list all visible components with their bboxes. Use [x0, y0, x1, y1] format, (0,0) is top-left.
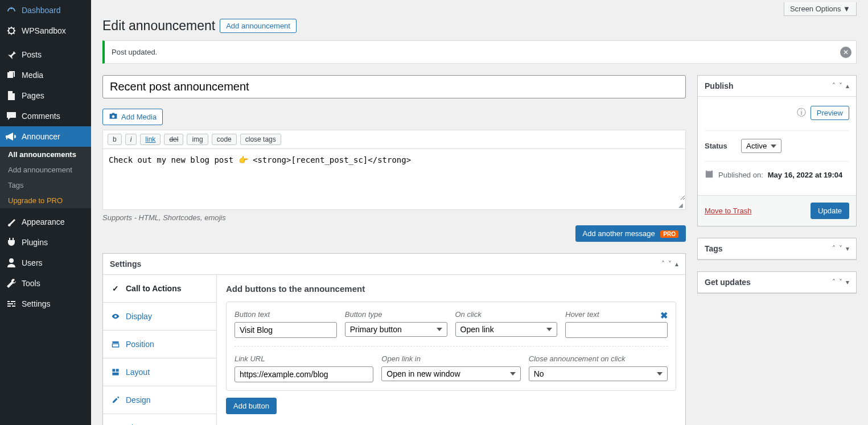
sidebar-item-tools[interactable]: Tools	[0, 273, 91, 294]
label-on-click: On click	[455, 310, 558, 319]
add-cta-button[interactable]: Add button	[226, 398, 277, 414]
publish-panel: Publish ˄ ˅ ▴ ⓘ Preview Statu	[697, 75, 857, 226]
add-media-button[interactable]: Add Media	[102, 109, 163, 125]
qtag-code[interactable]: code	[212, 134, 237, 145]
calendar-icon	[705, 170, 714, 180]
chevron-down-icon[interactable]: ˅	[668, 260, 672, 268]
position-icon	[111, 340, 120, 348]
settings-tab-layout[interactable]: Layout	[103, 358, 216, 386]
sidebar-item-posts[interactable]: Posts	[0, 44, 91, 65]
sidebar-label: Announcer	[22, 132, 60, 141]
cta-button-config: ✖ Button text Button type Primary button	[226, 302, 676, 391]
editor-box: b i link del img code close tags Check o…	[102, 130, 686, 210]
chevron-up-icon[interactable]: ˄	[661, 260, 665, 268]
sidebar-sub-upgrade-pro[interactable]: Upgrade to PRO	[0, 193, 91, 208]
screen-options-toggle[interactable]: Screen Options ▼	[784, 2, 857, 16]
quicktags-toolbar: b i link del img code close tags	[103, 130, 685, 149]
qtag-link[interactable]: link	[140, 134, 161, 145]
input-button-text[interactable]	[235, 322, 337, 338]
remove-button-icon[interactable]: ✖	[660, 310, 668, 321]
settings-panel-title: Settings	[110, 259, 141, 269]
add-another-message-label: Add another message	[583, 229, 655, 238]
settings-panel-header[interactable]: Settings ˄ ˅ ▴	[103, 254, 685, 275]
sidebar-item-appearance[interactable]: Appearance	[0, 212, 91, 232]
pencil-icon	[111, 396, 120, 404]
update-button[interactable]: Update	[811, 203, 849, 219]
sidebar-sub-all-announcements[interactable]: All announcements	[0, 147, 91, 162]
camera-music-icon	[109, 112, 118, 122]
label-open-link-in: Open link in	[381, 354, 520, 363]
select-close-on-click[interactable]: No	[529, 366, 668, 381]
settings-tab-design[interactable]: Design	[103, 386, 216, 414]
select-on-click[interactable]: Open link	[455, 322, 558, 337]
page-icon	[6, 90, 17, 101]
tags-panel: Tags ˄ ˅ ▾	[697, 238, 857, 260]
sidebar-sub-add-announcement[interactable]: Add announcement	[0, 162, 91, 178]
qtag-b[interactable]: b	[108, 134, 122, 145]
qtag-close-tags[interactable]: close tags	[240, 134, 281, 145]
svg-rect-2	[112, 369, 115, 372]
input-link-url[interactable]	[235, 366, 373, 382]
chevron-down-icon[interactable]: ˅	[839, 245, 842, 253]
settings-tab-close[interactable]: ✕ Close	[103, 414, 216, 425]
pro-badge: PRO	[660, 230, 678, 238]
sidebar-label: Appearance	[22, 217, 65, 226]
sidebar-item-announcer[interactable]: Announcer	[0, 126, 91, 147]
sidebar-item-wpsandbox[interactable]: WPSandbox	[0, 20, 91, 41]
brush-icon	[6, 216, 17, 228]
chevron-up-icon[interactable]: ˄	[832, 278, 836, 286]
tags-panel-header[interactable]: Tags ˄ ˅ ▾	[698, 238, 856, 259]
status-select[interactable]: Active	[741, 139, 781, 153]
gear-icon	[6, 25, 17, 36]
caret-down-icon[interactable]: ▾	[846, 278, 849, 286]
svg-rect-3	[116, 369, 119, 372]
qtag-i[interactable]: i	[125, 134, 137, 145]
select-open-link-in[interactable]: Open in new window	[381, 366, 520, 381]
caret-up-icon[interactable]: ▴	[846, 82, 849, 90]
select-button-type[interactable]: Primary button	[345, 322, 447, 337]
label-button-text: Button text	[235, 310, 337, 319]
sidebar-item-dashboard[interactable]: Dashboard	[0, 0, 91, 20]
settings-tab-label: Design	[126, 395, 151, 405]
info-icon[interactable]: ⓘ	[797, 107, 806, 119]
notice-dismiss-icon[interactable]: ✕	[840, 47, 851, 58]
svg-rect-4	[112, 373, 118, 376]
chevron-up-icon[interactable]: ˄	[832, 245, 836, 253]
settings-tab-display[interactable]: Display	[103, 303, 216, 331]
chevron-down-icon[interactable]: ˅	[839, 278, 842, 286]
sidebar-item-settings[interactable]: Settings	[0, 294, 91, 314]
caret-up-icon[interactable]: ▴	[675, 260, 678, 268]
chevron-down-icon[interactable]: ˅	[839, 82, 842, 90]
published-on-label: Published on:	[718, 171, 763, 179]
add-another-message-button[interactable]: Add another message PRO	[575, 225, 686, 242]
move-to-trash-link[interactable]: Move to Trash	[705, 207, 751, 215]
add-media-label: Add Media	[121, 113, 157, 121]
content-textarea[interactable]: Check out my new blog post 👉 <strong>[re…	[103, 149, 685, 200]
caret-down-icon[interactable]: ▾	[846, 245, 849, 253]
chevron-up-icon[interactable]: ˄	[832, 82, 836, 90]
qtag-del[interactable]: del	[164, 134, 183, 145]
sidebar-label: Media	[22, 71, 43, 80]
publish-panel-header[interactable]: Publish ˄ ˅ ▴	[698, 76, 856, 97]
sidebar-item-plugins[interactable]: Plugins	[0, 232, 91, 253]
sidebar-sub-tags[interactable]: Tags	[0, 178, 91, 193]
sidebar-label: Comments	[22, 112, 60, 121]
resize-handle-icon[interactable]: ◢	[103, 202, 685, 209]
sidebar-item-users[interactable]: Users	[0, 253, 91, 273]
sidebar-submenu-announcer: All announcements Add announcement Tags …	[0, 147, 91, 208]
comment-icon	[6, 110, 17, 122]
sidebar-item-comments[interactable]: Comments	[0, 106, 91, 126]
tags-title: Tags	[705, 244, 723, 253]
publish-title: Publish	[705, 81, 734, 90]
preview-button[interactable]: Preview	[811, 106, 849, 120]
add-announcement-button[interactable]: Add announcement	[220, 19, 297, 33]
input-hover-text[interactable]	[565, 322, 668, 338]
qtag-img[interactable]: img	[187, 134, 208, 145]
settings-panel: Settings ˄ ˅ ▴ ✓ Call to Actions	[102, 253, 686, 425]
sidebar-item-media[interactable]: Media	[0, 65, 91, 85]
post-title-input[interactable]	[102, 75, 686, 98]
get-updates-panel-header[interactable]: Get updates ˄ ˅ ▾	[698, 272, 856, 293]
settings-tab-cta[interactable]: ✓ Call to Actions	[103, 275, 216, 303]
settings-tab-position[interactable]: Position	[103, 331, 216, 358]
sidebar-item-pages[interactable]: Pages	[0, 85, 91, 106]
